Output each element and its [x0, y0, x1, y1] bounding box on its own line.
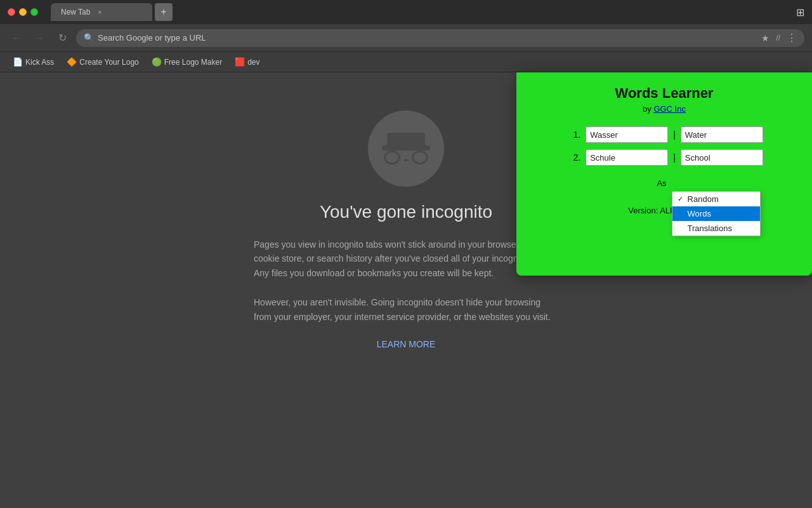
bookmarks-bar: 📄 Kick Ass 🔶 Create Your Logo 🟢 Free Log…: [0, 52, 812, 72]
word-row-1: 1. |: [532, 126, 797, 143]
panel-ggc-link[interactable]: GGC Inc: [653, 104, 686, 114]
word-row-2: 2. |: [532, 149, 797, 166]
ask-area: As Random Words Translations ✓ Random Wo…: [532, 176, 797, 188]
dropdown-item-translations[interactable]: Translations: [672, 221, 760, 236]
dropdown-item-words[interactable]: Words: [672, 206, 760, 221]
extensions-label: //: [776, 34, 780, 43]
minimize-window-button[interactable]: [19, 8, 27, 16]
row-2-separator: |: [673, 152, 676, 163]
bookmark-dev-label: dev: [247, 58, 259, 67]
titlebar: New Tab × + ⊞: [0, 0, 812, 24]
back-button[interactable]: ←: [8, 29, 25, 47]
bookmark-free-logo-label: Free Logo Maker: [164, 58, 222, 67]
dev-icon: 🟥: [235, 57, 245, 67]
spy-lens-left: [384, 150, 400, 164]
bookmark-dev[interactable]: 🟥 dev: [230, 55, 265, 69]
fullscreen-window-button[interactable]: [30, 8, 38, 16]
panel-by-label: by: [643, 104, 653, 114]
words-label: Words: [688, 209, 711, 218]
free-logo-icon: 🟢: [152, 57, 162, 67]
traffic-lights: [8, 8, 38, 16]
random-checkmark: ✓: [678, 195, 685, 203]
toolbar-menu-icon[interactable]: ⋮: [787, 32, 797, 44]
bookmark-star-icon[interactable]: ★: [761, 33, 769, 43]
active-tab[interactable]: New Tab ×: [51, 3, 152, 21]
incognito-title: You've gone incognito: [320, 202, 492, 222]
panel-title: Words Learner: [615, 85, 714, 102]
bookmark-kick-ass[interactable]: 📄 Kick Ass: [8, 55, 59, 69]
omnibox-text: Search Google or type a URL: [98, 33, 757, 43]
row-1-separator: |: [673, 130, 676, 140]
bookmark-kick-ass-label: Kick Ass: [25, 58, 54, 67]
words-learner-panel: Words Learner by GGC Inc 1. | 2. | As Ra…: [516, 72, 812, 276]
learn-more-link[interactable]: LEARN MORE: [377, 339, 436, 349]
bookmark-free-logo[interactable]: 🟢 Free Logo Maker: [147, 55, 227, 69]
incognito-body-1: Pages you view in incognito tabs won't s…: [254, 237, 558, 280]
tab-close-button[interactable]: ×: [95, 8, 104, 17]
bookmark-create-logo-label: Create Your Logo: [79, 58, 138, 67]
omnibox[interactable]: 🔍 Search Google or type a URL ★ // ⋮: [76, 29, 804, 47]
ask-mode-dropdown-list: ✓ Random Words Translations: [672, 191, 761, 236]
content-area: You've gone incognito Pages you view in …: [0, 72, 812, 508]
spy-hat-icon: [387, 133, 425, 147]
spy-lens-right: [412, 150, 428, 164]
incognito-avatar: [368, 110, 444, 187]
kick-ass-icon: 📄: [13, 57, 23, 67]
word-1-german-input[interactable]: [586, 126, 668, 143]
dropdown-item-random[interactable]: ✓ Random: [672, 192, 760, 206]
toolbar: ← → ↻ 🔍 Search Google or type a URL ★ //…: [0, 24, 812, 52]
bookmark-create-logo[interactable]: 🔶 Create Your Logo: [62, 55, 143, 69]
new-tab-button[interactable]: +: [155, 3, 173, 21]
row-1-number: 1.: [565, 130, 580, 140]
random-label: Random: [688, 194, 719, 204]
search-icon: 🔍: [84, 33, 94, 43]
close-window-button[interactable]: [8, 8, 15, 16]
create-logo-icon: 🔶: [67, 57, 77, 67]
refresh-button[interactable]: ↻: [53, 29, 71, 47]
panel-by: by GGC Inc: [643, 104, 686, 114]
extensions-icon[interactable]: ⊞: [796, 6, 804, 18]
translations-label: Translations: [688, 224, 732, 233]
row-2-number: 2.: [565, 152, 580, 163]
ask-label: As: [657, 176, 666, 188]
tab-title: New Tab: [61, 8, 90, 17]
spy-bridge: [404, 159, 408, 161]
word-2-english-input[interactable]: [681, 149, 763, 166]
tab-bar: New Tab × + ⊞: [51, 3, 804, 21]
word-2-german-input[interactable]: [586, 149, 668, 166]
forward-button[interactable]: →: [30, 29, 48, 47]
incognito-body-2: However, you aren't invisible. Going inc…: [254, 295, 558, 324]
word-1-english-input[interactable]: [681, 126, 763, 143]
spy-glasses-icon: [384, 150, 428, 164]
